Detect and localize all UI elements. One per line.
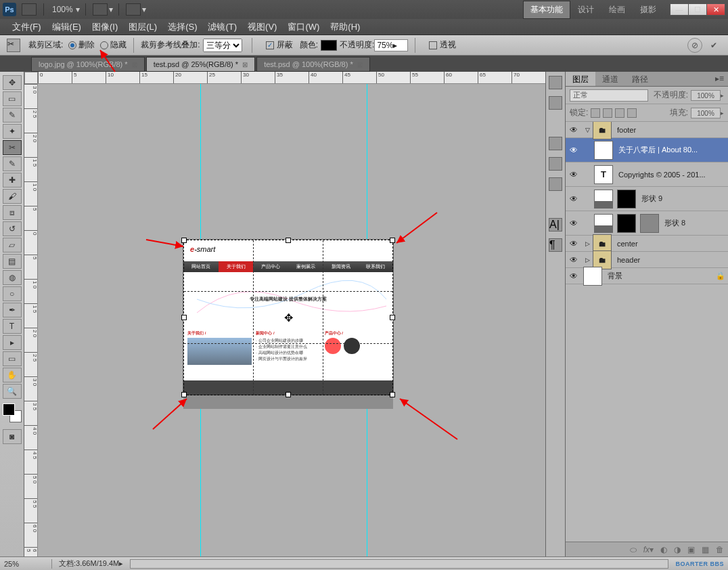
layer-row[interactable]: 👁▽🖿footer [566,122,728,138]
char-panel-icon[interactable]: A| [549,218,562,232]
layer-name[interactable]: Copyrights © 2005 - 201... [617,171,725,179]
layer-name[interactable]: 形状 8 [663,218,725,228]
scrollbar-h[interactable] [130,559,668,569]
document-canvas[interactable]: e-smart 网站首页 关于我们 产品中心 案例展示 新闻资讯 联系我们 专注… [183,240,393,395]
close-icon[interactable]: ⊠ [357,61,363,68]
canvas-area[interactable]: 0510152025303540455055606570 3 02 52 01 … [24,72,545,556]
visibility-icon[interactable]: 👁 [568,238,579,249]
mask-icon[interactable]: ◐ [660,545,667,554]
layer-row[interactable]: 👁背景🔒 [566,268,728,284]
document-tab[interactable]: test.psd @ 100%(RGB/8) *⊠ [256,57,370,72]
tab-layers[interactable]: 图层 [566,72,595,86]
history-brush-tool[interactable]: ↺ [3,221,22,236]
gradient-tool[interactable]: ▤ [3,254,22,269]
info-panel-icon[interactable] [549,177,562,191]
brush-panel-icon[interactable] [549,137,562,150]
lasso-tool[interactable]: ✎ [3,108,22,123]
blur-tool[interactable]: ◍ [3,270,22,285]
status-doc-info[interactable]: 文档:3.66M/19.4M [59,558,119,569]
zoom-display[interactable]: 100% [52,5,73,14]
menu-filter[interactable]: 滤镜(T) [202,20,242,35]
cancel-crop-icon[interactable]: ⊘ [687,38,702,53]
menu-file[interactable]: 文件(F) [7,20,47,35]
layer-name[interactable]: header [616,256,725,264]
eyedropper-tool[interactable]: ✎ [3,156,22,171]
layer-row[interactable]: 👁T关于八零后 | About 80... [566,138,728,162]
color-swatch[interactable] [321,40,337,51]
stamp-tool[interactable]: ⧈ [3,205,22,220]
layer-row[interactable]: 👁▷🖿center [566,236,728,252]
window-maximize[interactable]: ☐ [688,3,707,16]
close-icon[interactable]: ⊠ [242,61,248,68]
crop-tool[interactable]: ✂ [3,140,22,155]
type-tool[interactable]: T [3,319,22,334]
layer-name[interactable]: 关于八零后 | About 80... [617,145,725,155]
crop-tool-icon[interactable]: ✂ [7,39,20,52]
lock-pixels-icon[interactable] [603,108,612,118]
group-icon[interactable]: ▣ [687,545,695,554]
document-tab[interactable]: logo.jpg @ 100%(RGB/8) *⊠ [31,57,145,72]
marquee-tool[interactable]: ▭ [3,91,22,106]
layer-row[interactable]: 👁形状 9 [566,187,728,211]
history-icon[interactable] [549,76,562,89]
trash-icon[interactable]: 🗑 [716,545,724,554]
move-tool[interactable]: ✥ [3,75,22,90]
layer-row[interactable]: 👁形状 8 [566,211,728,236]
zoom-tool[interactable]: 🔍 [3,384,22,399]
link-layers-icon[interactable]: ⬭ [630,545,637,554]
adjustment-icon[interactable]: ◑ [674,545,681,554]
tab-channels[interactable]: 通道 [595,72,625,86]
eraser-tool[interactable]: ▱ [3,238,22,253]
visibility-icon[interactable]: 👁 [568,194,579,204]
panel-menu-icon[interactable]: ▸≡ [711,72,728,86]
visibility-icon[interactable]: 👁 [568,271,579,282]
screen-mode-icon[interactable] [126,3,141,16]
layer-opacity-field[interactable]: 100% [691,90,721,101]
layer-name[interactable]: 背景 [606,271,716,281]
blend-mode-select[interactable]: 正常 [570,89,648,102]
ruler-vertical[interactable]: 3 02 52 01 51 05051 01 52 02 53 03 54 04… [24,84,38,556]
lock-trans-icon[interactable] [591,108,600,118]
dodge-tool[interactable]: ○ [3,286,22,301]
menu-view[interactable]: 视图(V) [242,20,282,35]
path-select-tool[interactable]: ▸ [3,335,22,350]
visibility-icon[interactable]: 👁 [568,145,579,156]
layer-name[interactable]: center [616,240,725,248]
brush-tool[interactable]: 🖌 [3,189,22,204]
close-icon[interactable]: ⊠ [132,61,137,68]
bridge-icon[interactable] [22,3,37,16]
collapsed-panels[interactable]: A| ¶ [545,72,566,556]
layer-fill-field[interactable]: 100% [691,108,721,118]
radio-delete[interactable] [68,41,76,49]
hand-tool[interactable]: ✋ [3,368,22,382]
ruler-origin[interactable] [24,72,38,84]
layer-name[interactable]: footer [616,126,725,134]
tab-paths[interactable]: 路径 [625,72,655,86]
menu-image[interactable]: 图像(I) [87,20,123,35]
menu-window[interactable]: 窗口(W) [282,20,325,35]
guide-overlay-select[interactable]: 三等分 [203,39,242,52]
window-close[interactable]: ✕ [706,3,725,16]
workspace-design[interactable]: 设计 [570,1,601,19]
pen-tool[interactable]: ✒ [3,303,22,317]
menu-help[interactable]: 帮助(H) [325,20,365,35]
actions-icon[interactable] [549,96,562,110]
fg-color-swatch[interactable] [3,403,15,416]
workspace-basic[interactable]: 基本功能 [523,1,570,19]
workspace-paint[interactable]: 绘画 [601,1,633,19]
menu-select[interactable]: 选择(S) [162,20,202,35]
shield-checkbox[interactable] [266,41,274,49]
layer-row[interactable]: 👁▷🖿header [566,252,728,268]
commit-crop-icon[interactable]: ✔ [706,38,721,53]
color-swatches[interactable] [3,403,22,422]
status-zoom[interactable]: 25% [4,560,45,568]
radio-hide[interactable] [100,41,108,49]
wand-tool[interactable]: ✦ [3,124,22,139]
fx-icon[interactable]: fx▾ [643,545,654,554]
ruler-horizontal[interactable]: 0510152025303540455055606570 [38,72,545,84]
new-layer-icon[interactable]: ▦ [702,545,709,554]
clone-panel-icon[interactable] [549,157,562,171]
visibility-icon[interactable]: 👁 [568,255,579,265]
visibility-icon[interactable]: 👁 [568,169,579,180]
heal-tool[interactable]: ✚ [3,173,22,188]
